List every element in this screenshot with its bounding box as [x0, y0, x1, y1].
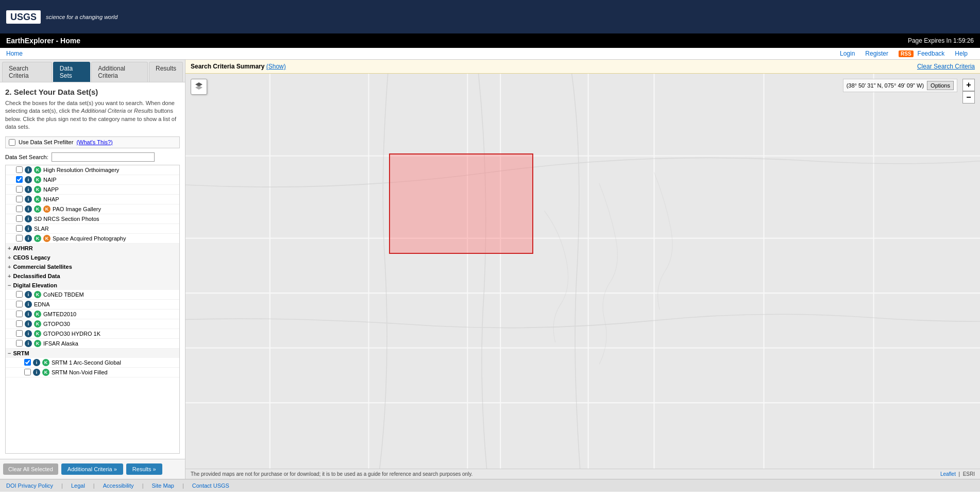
footer-doi[interactable]: DOI Privacy Policy — [6, 483, 53, 489]
ds-checkbox[interactable] — [16, 320, 23, 327]
panel-desc: Check the boxes for the data set(s) you … — [5, 99, 180, 131]
k-icon[interactable]: K — [34, 291, 41, 298]
k-icon[interactable]: K — [34, 186, 41, 193]
nav-bar: Home Login Register RSS Feedback Help — [0, 48, 980, 60]
tab-data-sets[interactable]: Data Sets — [53, 62, 91, 82]
ds-label: CoNED TBDEM — [43, 291, 84, 298]
ds-label: IFSAR Alaska — [43, 340, 78, 347]
k-icon[interactable]: K — [42, 369, 49, 376]
info-icon[interactable]: i — [25, 340, 32, 347]
ds-checkbox[interactable] — [16, 166, 23, 173]
coords-text: (38° 50' 31" N, 075° 49' 09" W) — [847, 82, 924, 89]
search-criteria-bar: Search Criteria Summary (Show) Clear Sea… — [185, 60, 980, 74]
clear-search-button[interactable]: Clear Search Criteria — [917, 63, 975, 70]
title-bar: EarthExplorer - Home Page Expires In 1:5… — [0, 33, 980, 48]
dataset-search-input[interactable] — [52, 152, 155, 162]
nav-login[interactable]: Login — [840, 50, 855, 57]
panel-content: 2. Select Your Data Set(s) Check the box… — [0, 82, 185, 459]
info-icon[interactable]: i — [33, 359, 40, 366]
dataset-search-label: Data Set Search: — [5, 154, 48, 160]
info-icon[interactable]: i — [33, 369, 40, 376]
info-icon[interactable]: i — [25, 186, 32, 193]
options-button[interactable]: Options — [927, 81, 954, 90]
dataset-search-row: Data Set Search: — [5, 152, 180, 162]
tab-results[interactable]: Results — [149, 62, 183, 82]
ds-checkbox[interactable] — [16, 186, 23, 193]
category-srtm[interactable]: − SRTM — [6, 349, 179, 358]
ds-checkbox[interactable] — [16, 330, 23, 337]
ds-checkbox[interactable] — [16, 196, 23, 202]
info-icon[interactable]: i — [25, 196, 32, 203]
info-icon[interactable]: i — [25, 176, 32, 183]
results-button[interactable]: Results » — [126, 463, 162, 475]
layers-button[interactable] — [191, 79, 207, 95]
additional-criteria-button[interactable]: Additional Criteria » — [61, 463, 123, 475]
ds-checkbox[interactable] — [16, 225, 23, 232]
ds-checkbox[interactable] — [16, 176, 23, 183]
info-icon[interactable]: i — [25, 320, 32, 328]
info-icon[interactable]: i — [25, 205, 32, 213]
category-ceos[interactable]: + CEOS Legacy — [6, 253, 179, 262]
svg-rect-0 — [185, 74, 980, 469]
k-icon[interactable]: K — [42, 359, 49, 366]
ds-checkbox[interactable] — [16, 205, 23, 212]
ds-checkbox[interactable] — [24, 359, 31, 366]
ds-checkbox[interactable] — [16, 235, 23, 242]
ds-checkbox[interactable] — [16, 291, 23, 298]
ds-checkbox[interactable] — [16, 340, 23, 347]
k-icon[interactable]: K — [34, 330, 41, 337]
category-commercial[interactable]: + Commercial Satellites — [6, 262, 179, 271]
ds-checkbox[interactable] — [16, 311, 23, 317]
footer-contact[interactable]: Contact USGS — [192, 483, 229, 489]
info-icon[interactable]: i — [25, 215, 32, 222]
k-icon[interactable]: K — [34, 311, 41, 318]
k-icon[interactable]: K — [34, 320, 41, 328]
tab-additional-criteria[interactable]: Additional Criteria — [91, 62, 148, 82]
k-icon-alt[interactable]: K — [43, 235, 50, 242]
category-digital-elevation[interactable]: − Digital Elevation — [6, 281, 179, 290]
ds-checkbox[interactable] — [24, 369, 31, 375]
footer-accessibility[interactable]: Accessibility — [103, 483, 134, 489]
map-container[interactable]: (38° 50' 31" N, 075° 49' 09" W) Options … — [185, 74, 980, 469]
layers-icon — [195, 82, 203, 90]
category-avhrr[interactable]: + AVHRR — [6, 244, 179, 253]
show-link[interactable]: (Show) — [266, 63, 286, 70]
ds-label: NAPP — [43, 186, 59, 193]
k-icon[interactable]: K — [34, 205, 41, 213]
k-icon[interactable]: K — [34, 166, 41, 174]
k-icon[interactable]: K — [34, 196, 41, 203]
k-icon-alt[interactable]: K — [43, 205, 50, 213]
nav-home[interactable]: Home — [6, 50, 23, 57]
whats-this-link[interactable]: (What's This?) — [76, 139, 112, 145]
list-item: i SD NRCS Section Photos — [6, 214, 179, 224]
leaflet-link[interactable]: Leaflet — [940, 471, 956, 477]
map-coords: (38° 50' 31" N, 075° 49' 09" W) Options — [843, 79, 957, 92]
nav-help[interactable]: Help — [955, 50, 968, 57]
category-declassified[interactable]: + Declassified Data — [6, 271, 179, 281]
k-icon[interactable]: K — [34, 235, 41, 242]
info-icon[interactable]: i — [25, 311, 32, 318]
k-icon[interactable]: K — [34, 176, 41, 183]
clear-all-button[interactable]: Clear All Selected — [3, 463, 58, 475]
rss-badge[interactable]: RSS — [899, 50, 914, 57]
nav-feedback[interactable]: Feedback — [918, 50, 945, 57]
info-icon[interactable]: i — [25, 291, 32, 298]
ds-checkbox[interactable] — [16, 301, 23, 307]
tab-bar: Search Criteria Data Sets Additional Cri… — [0, 60, 185, 82]
info-icon[interactable]: i — [25, 225, 32, 232]
footer-sitemap[interactable]: Site Map — [151, 483, 174, 489]
k-icon[interactable]: K — [34, 340, 41, 347]
info-icon[interactable]: i — [25, 330, 32, 337]
ds-checkbox[interactable] — [16, 215, 23, 222]
zoom-in-button[interactable]: + — [962, 79, 975, 91]
footer-legal[interactable]: Legal — [71, 483, 85, 489]
map-area: Search Criteria Summary (Show) Clear Sea… — [185, 60, 980, 479]
info-icon[interactable]: i — [25, 235, 32, 242]
tab-search-criteria[interactable]: Search Criteria — [2, 62, 52, 82]
prefilter-checkbox[interactable] — [9, 139, 15, 146]
zoom-out-button[interactable]: − — [962, 91, 975, 104]
info-icon[interactable]: i — [25, 166, 32, 174]
info-icon[interactable]: i — [25, 301, 32, 308]
nav-register[interactable]: Register — [865, 50, 888, 57]
expand-icon: + — [8, 264, 11, 270]
